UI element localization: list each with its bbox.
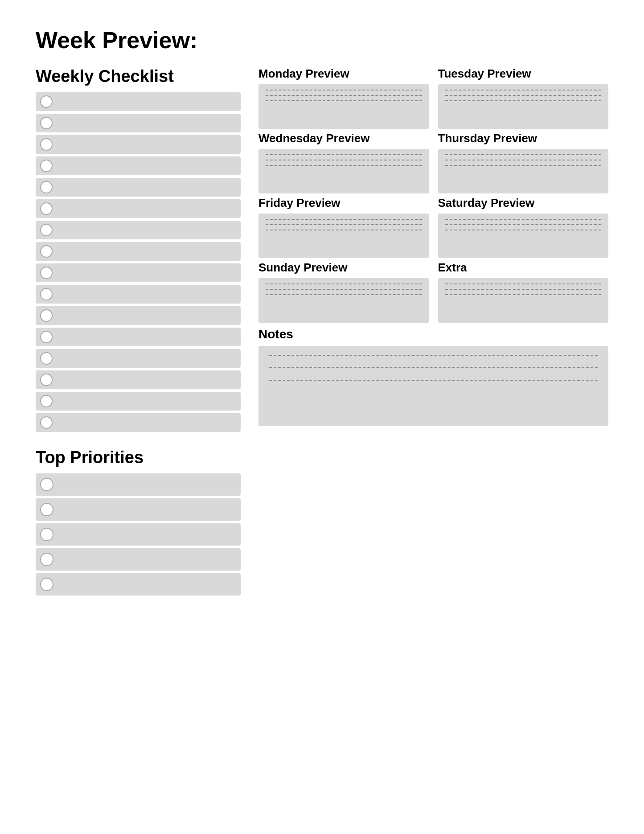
priority-line xyxy=(58,476,236,493)
checklist-item[interactable] xyxy=(36,242,241,261)
priority-checkbox[interactable] xyxy=(40,503,53,516)
checklist-checkbox[interactable] xyxy=(40,95,53,108)
day-section-friday: Friday Preview xyxy=(258,196,429,258)
checklist-checkbox[interactable] xyxy=(40,374,53,386)
checklist-checkbox[interactable] xyxy=(40,416,53,429)
day-line xyxy=(266,154,422,155)
day-row-fri-sat: Friday Preview Saturday Preview xyxy=(258,196,608,258)
day-line xyxy=(445,224,602,225)
checklist-line xyxy=(57,159,236,173)
checklist-item[interactable] xyxy=(36,263,241,282)
checklist-item[interactable] xyxy=(36,328,241,346)
day-line xyxy=(445,160,602,160)
day-line xyxy=(445,230,602,230)
priority-item[interactable] xyxy=(36,473,241,496)
day-section-extra: Extra xyxy=(438,261,609,323)
priority-checkbox[interactable] xyxy=(40,578,53,591)
checklist-checkbox[interactable] xyxy=(40,160,53,172)
day-line xyxy=(266,289,422,290)
main-layout: Weekly Checklist xyxy=(36,67,608,596)
notes-title: Notes xyxy=(258,327,608,341)
priority-item[interactable] xyxy=(36,498,241,521)
priority-item[interactable] xyxy=(36,548,241,571)
day-line xyxy=(445,165,602,166)
checklist-checkbox[interactable] xyxy=(40,224,53,236)
checklist-line xyxy=(57,138,236,151)
right-column: Monday Preview Tuesday Preview xyxy=(258,67,608,596)
checklist-item[interactable] xyxy=(36,285,241,304)
checklist-item[interactable] xyxy=(36,392,241,411)
checklist-item[interactable] xyxy=(36,306,241,325)
notes-box[interactable] xyxy=(258,346,608,426)
checklist-checkbox[interactable] xyxy=(40,245,53,258)
extra-title: Extra xyxy=(438,261,609,275)
checklist-line xyxy=(57,394,236,408)
checklist-checkbox[interactable] xyxy=(40,181,53,193)
checklist-checkbox[interactable] xyxy=(40,267,53,279)
checklist-checkbox[interactable] xyxy=(40,117,53,129)
tuesday-box[interactable] xyxy=(438,84,609,129)
checklist-checkbox[interactable] xyxy=(40,138,53,151)
checklist-item[interactable] xyxy=(36,349,241,368)
checklist-item[interactable] xyxy=(36,199,241,218)
day-row-mon-tue: Monday Preview Tuesday Preview xyxy=(258,67,608,129)
saturday-box[interactable] xyxy=(438,214,609,258)
checklist-item[interactable] xyxy=(36,114,241,132)
thursday-box[interactable] xyxy=(438,149,609,193)
day-line xyxy=(445,289,602,290)
priority-item[interactable] xyxy=(36,523,241,546)
tuesday-title: Tuesday Preview xyxy=(438,67,609,81)
checklist-item[interactable] xyxy=(36,156,241,175)
checklist-checkbox[interactable] xyxy=(40,309,53,322)
checklist-item[interactable] xyxy=(36,92,241,111)
day-line xyxy=(445,100,602,101)
sunday-box[interactable] xyxy=(258,278,429,323)
day-line xyxy=(266,283,422,284)
checklist-checkbox[interactable] xyxy=(40,331,53,343)
checklist-line xyxy=(57,116,236,130)
checklist-title: Weekly Checklist xyxy=(36,67,241,86)
day-line xyxy=(445,219,602,220)
page-wrapper: Week Preview: Weekly Checklist xyxy=(36,27,608,596)
wednesday-box[interactable] xyxy=(258,149,429,193)
saturday-title: Saturday Preview xyxy=(438,196,609,210)
priority-line xyxy=(58,501,236,518)
checklist-item[interactable] xyxy=(36,178,241,197)
extra-box[interactable] xyxy=(438,278,609,323)
top-priorities-title: Top Priorities xyxy=(36,448,241,467)
day-line xyxy=(266,90,422,90)
checklist-line xyxy=(57,373,236,386)
day-row-wed-thu: Wednesday Preview Thursday Preview xyxy=(258,131,608,193)
priority-item[interactable] xyxy=(36,573,241,596)
day-line xyxy=(266,219,422,220)
day-row-sun-extra: Sunday Preview Extra xyxy=(258,261,608,323)
day-section-sunday: Sunday Preview xyxy=(258,261,429,323)
day-section-tuesday: Tuesday Preview xyxy=(438,67,609,129)
checklist-checkbox[interactable] xyxy=(40,202,53,215)
checklist-line xyxy=(57,95,236,108)
checklist-checkbox[interactable] xyxy=(40,352,53,365)
checklist-line xyxy=(57,288,236,301)
notes-line xyxy=(269,380,598,381)
priority-checkbox[interactable] xyxy=(40,528,53,541)
checklist-checkbox[interactable] xyxy=(40,395,53,407)
checklist-item[interactable] xyxy=(36,221,241,239)
day-line xyxy=(266,224,422,225)
priority-checkbox[interactable] xyxy=(40,553,53,566)
notes-line xyxy=(269,355,598,356)
day-line xyxy=(266,100,422,101)
friday-box[interactable] xyxy=(258,214,429,258)
monday-box[interactable] xyxy=(258,84,429,129)
checklist-checkbox[interactable] xyxy=(40,288,53,300)
checklist-line xyxy=(57,245,236,258)
day-line xyxy=(266,294,422,295)
thursday-title: Thursday Preview xyxy=(438,131,609,145)
priority-checkbox[interactable] xyxy=(40,478,53,491)
checklist-item[interactable] xyxy=(36,370,241,389)
checklist-item[interactable] xyxy=(36,413,241,432)
day-line xyxy=(445,90,602,90)
day-section-saturday: Saturday Preview xyxy=(438,196,609,258)
checklist-item[interactable] xyxy=(36,135,241,154)
priority-line xyxy=(58,526,236,543)
priority-line xyxy=(58,551,236,568)
